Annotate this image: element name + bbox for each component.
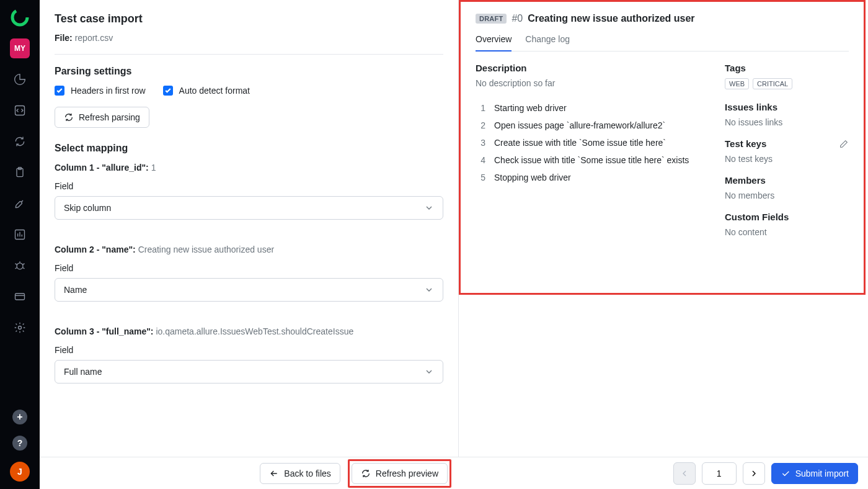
gear-icon[interactable] [10,318,30,338]
analytics-icon[interactable] [10,70,30,89]
back-to-files-button[interactable]: Back to files [260,463,340,484]
field-label: Field [55,263,443,273]
submit-import-button[interactable]: Submit import [771,463,858,484]
issue-title: Creating new issue authorized user [528,13,694,24]
chevron-down-icon [424,203,434,213]
preview-panel: DRAFT #0 Creating new issue authorized u… [459,0,868,457]
chevron-down-icon [424,285,434,295]
tab-overview[interactable]: Overview [476,34,512,52]
bug-icon[interactable] [10,256,30,276]
field-label: Field [55,345,443,355]
svg-point-5 [17,263,23,269]
page-input[interactable] [702,462,737,485]
field-label: Field [55,181,443,191]
field-select-3[interactable]: Full name [55,360,443,384]
custom-fields-text: No content [725,227,849,237]
refresh-icon [361,469,371,478]
draft-badge: DRAFT [476,14,507,24]
card-icon[interactable] [10,287,30,307]
test-keys-text: No test keys [725,154,849,164]
tags-heading: Tags [725,63,849,73]
prev-page-button[interactable] [673,462,696,485]
footer: Back to files Refresh preview Submit imp… [40,457,868,489]
svg-rect-6 [16,294,25,300]
code-icon[interactable] [10,101,30,120]
chevron-left-icon [680,469,689,478]
mapping-column-3: Column 3 - "full_name": io.qameta.allure… [55,326,443,384]
mapping-column-2: Column 2 - "name": Creating new issue au… [55,244,443,302]
refresh-parsing-button[interactable]: Refresh parsing [55,107,149,128]
app-logo[interactable] [10,7,30,27]
chart-icon[interactable] [10,225,30,244]
test-keys-heading: Test keys [725,138,849,149]
checkbox-checked-icon [55,86,64,96]
tag-item[interactable]: CRITICAL [753,78,792,89]
auto-detect-format-checkbox[interactable]: Auto detect format [163,86,250,96]
svg-point-7 [19,326,22,330]
import-settings-panel: Test case import File: report.csv Parsin… [40,0,459,457]
help-icon[interactable]: ? [12,436,27,451]
issues-links-heading: Issues links [725,102,849,112]
mapping-column-1: Column 1 - "allure_id": 1 Field Skip col… [55,163,443,220]
rocket-icon[interactable] [10,194,30,213]
tag-item[interactable]: WEB [725,78,749,89]
field-select-1[interactable]: Skip column [55,196,443,220]
description-heading: Description [476,63,700,73]
issue-id: #0 [512,13,523,24]
select-mapping-heading: Select mapping [55,143,443,154]
description-text: No description so far [476,78,700,88]
step-item: 1Starting web driver [476,99,700,117]
sidebar: MY + ? J [0,0,40,489]
custom-fields-heading: Custom Fields [725,212,849,222]
add-icon[interactable]: + [12,410,27,424]
user-avatar[interactable]: J [10,462,30,482]
svg-point-0 [12,10,27,25]
clipboard-icon[interactable] [10,163,30,182]
step-item: 3Create issue with title `Some issue tit… [476,134,700,151]
arrow-left-icon [269,469,279,478]
highlight-box: Refresh preview [348,459,451,488]
sync-icon[interactable] [10,132,30,151]
workspace-badge[interactable]: MY [10,38,30,58]
step-item: 4Check issue with title `Some issue titl… [476,151,700,169]
next-page-button[interactable] [743,462,765,485]
parsing-settings-heading: Parsing settings [55,66,443,77]
step-item: 5Stopping web driver [476,169,700,186]
refresh-preview-button[interactable]: Refresh preview [352,463,448,484]
step-item: 2Open issues page `allure-framework/allu… [476,117,700,134]
members-heading: Members [725,175,849,186]
chevron-right-icon [749,469,759,478]
chevron-down-icon [424,367,434,377]
preview-card: DRAFT #0 Creating new issue authorized u… [459,0,866,295]
refresh-icon [64,112,74,122]
steps-list: 1Starting web driver 2Open issues page `… [476,99,700,186]
divider [55,54,443,55]
file-line: File: report.csv [55,33,443,43]
headers-in-first-row-checkbox[interactable]: Headers in first row [55,86,146,96]
issues-links-text: No issues links [725,117,849,127]
page-title: Test case import [55,12,443,25]
members-text: No members [725,191,849,200]
edit-icon[interactable] [839,139,849,149]
field-select-2[interactable]: Name [55,278,443,302]
checkbox-checked-icon [163,86,173,96]
tab-changelog[interactable]: Change log [525,34,570,51]
check-icon [781,469,790,478]
